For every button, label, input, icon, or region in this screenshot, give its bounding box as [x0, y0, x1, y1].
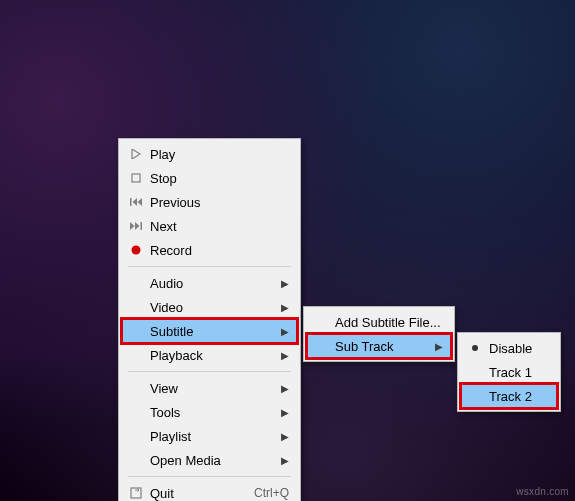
- menu-item-stop[interactable]: Stop: [122, 166, 297, 190]
- submenu-arrow-icon: ▶: [279, 407, 289, 418]
- submenu-arrow-icon: ▶: [279, 302, 289, 313]
- menu-label: Disable: [489, 341, 549, 356]
- menu-shortcut: Ctrl+Q: [254, 486, 289, 500]
- context-menu-main: Play Stop Previous Next Record Audio ▶ V…: [118, 138, 301, 501]
- menu-label: Track 2: [489, 389, 549, 404]
- menu-item-view[interactable]: View ▶: [122, 376, 297, 400]
- menu-item-track-2[interactable]: Track 2: [461, 384, 557, 408]
- svg-point-5: [472, 345, 478, 351]
- menu-label: Audio: [150, 276, 259, 291]
- menu-label: View: [150, 381, 259, 396]
- menu-item-quit[interactable]: Quit Ctrl+Q: [122, 481, 297, 501]
- svg-rect-1: [130, 198, 132, 206]
- menu-label: Playlist: [150, 429, 259, 444]
- menu-item-disable[interactable]: Disable: [461, 336, 557, 360]
- menu-item-open-media[interactable]: Open Media ▶: [122, 448, 297, 472]
- menu-label: Subtitle: [150, 324, 259, 339]
- menu-item-subtitle[interactable]: Subtitle ▶: [122, 319, 297, 343]
- menu-separator: [128, 371, 291, 372]
- menu-label: Playback: [150, 348, 259, 363]
- quit-icon: [122, 487, 150, 499]
- menu-item-track-1[interactable]: Track 1: [461, 360, 557, 384]
- menu-label: Play: [150, 147, 289, 162]
- menu-label: Sub Track: [335, 339, 413, 354]
- previous-icon: [122, 197, 150, 207]
- menu-item-play[interactable]: Play: [122, 142, 297, 166]
- submenu-arrow-icon: ▶: [279, 455, 289, 466]
- next-icon: [122, 221, 150, 231]
- menu-item-playlist[interactable]: Playlist ▶: [122, 424, 297, 448]
- submenu-arrow-icon: ▶: [279, 350, 289, 361]
- context-menu-subtrack: Disable Track 1 Track 2: [457, 332, 561, 412]
- submenu-arrow-icon: ▶: [279, 278, 289, 289]
- submenu-arrow-icon: ▶: [279, 431, 289, 442]
- menu-label: Track 1: [489, 365, 549, 380]
- menu-label: Video: [150, 300, 259, 315]
- menu-label: Stop: [150, 171, 289, 186]
- menu-item-sub-track[interactable]: Sub Track ▶: [307, 334, 451, 358]
- stop-icon: [122, 173, 150, 183]
- menu-label: Previous: [150, 195, 289, 210]
- menu-label: Add Subtitle File...: [335, 315, 443, 330]
- menu-item-playback[interactable]: Playback ▶: [122, 343, 297, 367]
- radio-checked-icon: [461, 344, 489, 352]
- submenu-arrow-icon: ▶: [433, 341, 443, 352]
- svg-rect-0: [132, 174, 140, 182]
- menu-separator: [128, 476, 291, 477]
- menu-label: Quit: [150, 486, 234, 501]
- menu-label: Open Media: [150, 453, 259, 468]
- svg-point-3: [132, 246, 141, 255]
- menu-item-audio[interactable]: Audio ▶: [122, 271, 297, 295]
- menu-item-previous[interactable]: Previous: [122, 190, 297, 214]
- menu-label: Next: [150, 219, 289, 234]
- menu-item-record[interactable]: Record: [122, 238, 297, 262]
- menu-item-video[interactable]: Video ▶: [122, 295, 297, 319]
- menu-item-tools[interactable]: Tools ▶: [122, 400, 297, 424]
- context-menu-subtitle: Add Subtitle File... Sub Track ▶: [303, 306, 455, 362]
- menu-label: Record: [150, 243, 289, 258]
- menu-label: Tools: [150, 405, 259, 420]
- submenu-arrow-icon: ▶: [279, 326, 289, 337]
- menu-item-add-subtitle-file[interactable]: Add Subtitle File...: [307, 310, 451, 334]
- svg-rect-2: [141, 222, 143, 230]
- submenu-arrow-icon: ▶: [279, 383, 289, 394]
- menu-separator: [128, 266, 291, 267]
- play-icon: [122, 149, 150, 159]
- menu-item-next[interactable]: Next: [122, 214, 297, 238]
- record-icon: [122, 245, 150, 255]
- watermark-text: wsxdn.com: [516, 486, 569, 497]
